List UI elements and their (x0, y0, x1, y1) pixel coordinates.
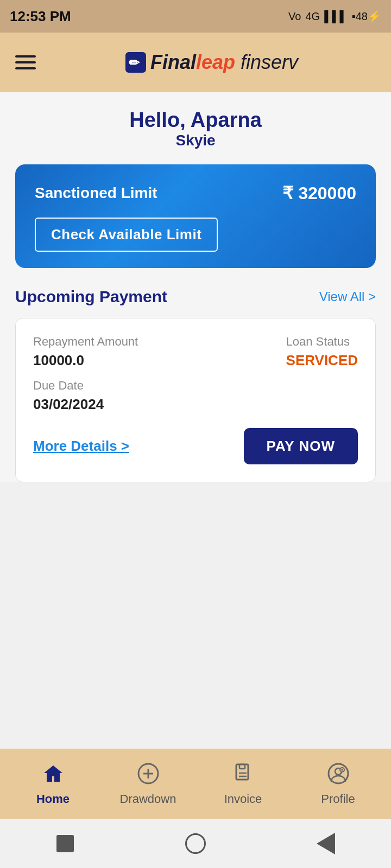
back-button[interactable] (315, 833, 337, 854)
main-content: Hello, Aparna Skyie Sanctioned Limit ₹ 3… (0, 92, 391, 482)
due-date-block: Due Date 03/02/2024 (33, 379, 358, 413)
nav-label-profile: Profile (321, 792, 355, 806)
logo-icon: ✏ (124, 51, 147, 74)
app-header: ✏ Finalleap finserv (0, 33, 391, 92)
greeting-section: Hello, Aparna Skyie (15, 108, 376, 149)
check-limit-button[interactable]: Check Available Limit (35, 218, 218, 252)
signal-icon: ▌▌▌ (324, 10, 348, 23)
nav-item-drawdown[interactable]: Drawdown (108, 762, 189, 806)
greeting-hello: Hello, Aparna (15, 108, 376, 132)
loan-status-value: SERVICED (286, 352, 358, 369)
network-icon: 4G (305, 10, 320, 23)
repayment-block: Repayment Amount 10000.0 (33, 335, 138, 369)
repayment-value: 10000.0 (33, 352, 138, 369)
upcoming-payment-header: Upcoming Payment View All > (15, 288, 376, 306)
due-date-value: 03/02/2024 (33, 396, 358, 413)
home-button[interactable] (185, 833, 206, 854)
invoice-icon (232, 762, 255, 789)
app-logo: ✏ Finalleap finserv (47, 51, 376, 74)
limit-card: Sanctioned Limit ₹ 320000 Check Availabl… (15, 164, 376, 268)
more-details-link[interactable]: More Details > (33, 438, 129, 455)
due-date-label: Due Date (33, 379, 358, 393)
svg-text:✏: ✏ (129, 55, 141, 70)
view-all-link[interactable]: View All > (319, 289, 376, 304)
profile-icon (327, 762, 350, 789)
greeting-subtitle: Skyie (15, 132, 376, 149)
upcoming-payment-title: Upcoming Payment (15, 288, 167, 306)
limit-header: Sanctioned Limit ₹ 320000 (35, 183, 356, 203)
nav-label-home: Home (36, 792, 70, 806)
nav-label-invoice: Invoice (224, 792, 262, 806)
battery-icon: ▪48⚡ (352, 10, 381, 23)
payment-actions: More Details > PAY NOW (33, 428, 358, 464)
logo-text: Finalleap finserv (150, 51, 298, 74)
hamburger-menu[interactable] (15, 55, 36, 69)
sanctioned-limit-label: Sanctioned Limit (35, 184, 157, 202)
logo-final: Final (150, 51, 196, 73)
payment-info-row: Repayment Amount 10000.0 Loan Status SER… (33, 335, 358, 369)
nav-item-home[interactable]: Home (12, 762, 94, 806)
volte-icon: Vo (288, 10, 301, 23)
logo-finserv: finserv (241, 51, 298, 73)
svg-rect-6 (239, 764, 245, 769)
svg-rect-5 (236, 764, 248, 780)
nav-item-profile[interactable]: Profile (298, 762, 379, 806)
status-icons: Vo 4G ▌▌▌ ▪48⚡ (288, 10, 381, 23)
loan-status-label: Loan Status (286, 335, 358, 349)
recent-apps-icon (56, 835, 74, 852)
status-bar: 12:53 PM Vo 4G ▌▌▌ ▪48⚡ (0, 0, 391, 33)
nav-item-invoice[interactable]: Invoice (203, 762, 284, 806)
back-icon (317, 833, 335, 854)
drawdown-icon (137, 762, 160, 789)
logo-leap: leap (196, 51, 235, 73)
status-time: 12:53 PM (10, 8, 71, 25)
repayment-label: Repayment Amount (33, 335, 138, 349)
sanctioned-limit-amount: ₹ 320000 (282, 183, 356, 203)
pay-now-button[interactable]: PAY NOW (244, 428, 358, 464)
bottom-nav: Home Drawdown Invoice (0, 749, 391, 819)
nav-label-drawdown: Drawdown (120, 792, 176, 806)
payment-card: Repayment Amount 10000.0 Loan Status SER… (15, 318, 376, 482)
recent-apps-button[interactable] (54, 833, 76, 854)
home-circle-icon (185, 833, 206, 854)
system-nav (0, 819, 391, 868)
loan-status-block: Loan Status SERVICED (286, 335, 358, 369)
home-icon (42, 762, 65, 789)
